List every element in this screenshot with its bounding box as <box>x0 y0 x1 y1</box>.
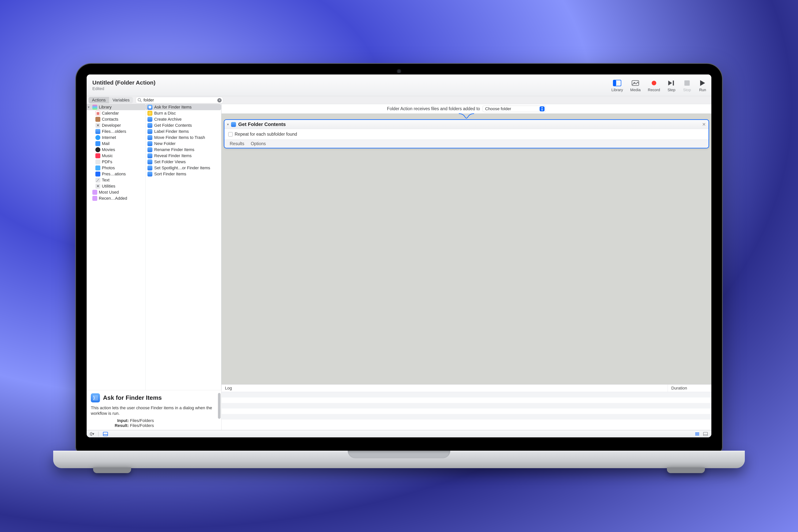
chevron-down-icon: ▾ <box>88 105 91 109</box>
repeat-subfolder-checkbox[interactable]: Repeat for each subfolder found <box>228 132 705 137</box>
svg-rect-11 <box>149 106 151 109</box>
library-recently-added[interactable]: Recen…Added <box>87 195 145 202</box>
list-view-button[interactable] <box>695 432 700 436</box>
media-button[interactable]: Media <box>630 79 641 92</box>
info-input-value: Files/Folders <box>130 418 154 423</box>
library-root[interactable]: ▾ Library <box>87 104 145 110</box>
media-icon <box>631 79 640 87</box>
svg-rect-6 <box>673 80 674 86</box>
action-item[interactable]: Get Folder Contents <box>146 122 221 129</box>
action-info-panel: Ask for Finder Items This action lets th… <box>87 390 221 430</box>
finder-icon <box>148 153 152 158</box>
play-icon <box>699 79 707 87</box>
finder-icon <box>148 166 152 170</box>
library-item-utilities[interactable]: ✕Utilities <box>87 183 145 189</box>
library-item-text[interactable]: ／Text <box>87 177 145 183</box>
library-item-movies[interactable]: Movies <box>87 147 145 153</box>
library-item-presentations[interactable]: Pres…ations <box>87 171 145 177</box>
action-item[interactable]: Label Finder Items <box>146 129 221 134</box>
calendar-icon: ▦ <box>95 111 100 116</box>
step-button[interactable]: Step <box>667 79 676 92</box>
action-item[interactable]: New Folder <box>146 140 221 147</box>
folder-icon <box>92 190 97 195</box>
webcam-icon <box>397 69 401 74</box>
duration-column-header[interactable]: Duration <box>668 384 711 392</box>
info-title: Ask for Finder Items <box>103 394 162 401</box>
panel-toggle-button[interactable] <box>103 432 108 436</box>
library-item-files[interactable]: Files…olders <box>87 129 145 134</box>
search-icon <box>137 98 142 102</box>
main-area: ▾ Library ▦Calendar Contacts ✕Developer … <box>87 104 711 430</box>
connector-icon <box>222 114 711 119</box>
action-item[interactable]: Move Finder Items to Trash <box>146 134 221 140</box>
library-item-music[interactable]: Music <box>87 153 145 159</box>
svg-point-9 <box>138 98 140 101</box>
library-item-internet[interactable]: Internet <box>87 134 145 140</box>
search-input[interactable] <box>136 97 223 103</box>
folder-icon <box>92 196 97 201</box>
close-card-button[interactable]: ✕ <box>702 122 706 127</box>
laptop-base <box>53 451 745 468</box>
safari-icon <box>95 135 100 140</box>
action-item[interactable]: Rename Finder Items <box>146 147 221 153</box>
library-item-calendar[interactable]: ▦Calendar <box>87 110 145 116</box>
svg-line-10 <box>140 101 141 102</box>
library-button[interactable]: Library <box>611 79 623 92</box>
library-item-mail[interactable]: Mail <box>87 140 145 147</box>
action-item[interactable]: Ask for Finder Items <box>146 104 221 110</box>
svg-point-16 <box>91 433 92 434</box>
finder-icon <box>91 393 100 402</box>
tab-actions[interactable]: Actions <box>89 97 109 103</box>
svg-rect-7 <box>684 80 690 86</box>
action-item[interactable]: Sort Finder Items <box>146 171 221 177</box>
window-title: Untitled (Folder Action) <box>92 79 611 86</box>
library-item-pdfs[interactable]: PDFs <box>87 159 145 165</box>
svg-rect-17 <box>103 432 108 436</box>
library-toolbar: Actions Variables ✕ <box>87 96 711 104</box>
svg-marker-5 <box>668 80 672 86</box>
info-description: This action lets the user choose Finder … <box>91 405 217 416</box>
library-icon <box>92 105 97 110</box>
keynote-icon <box>95 172 100 176</box>
grid-view-button[interactable] <box>703 432 708 436</box>
action-list[interactable]: Ask for Finder Items Burn a Disc Create … <box>146 104 221 390</box>
action-item[interactable]: Reveal Finder Items <box>146 153 221 159</box>
laptop-foot <box>93 468 131 473</box>
sidebar-icon <box>613 79 621 87</box>
chevron-down-icon[interactable]: ▾ <box>227 122 229 127</box>
utilities-icon: ✕ <box>95 184 100 189</box>
library-tree[interactable]: ▾ Library ▦Calendar Contacts ✕Developer … <box>87 104 146 390</box>
finder-icon <box>148 123 152 128</box>
scrollbar-thumb[interactable] <box>218 393 221 419</box>
clear-search-button[interactable]: ✕ <box>217 98 222 102</box>
card-results-button[interactable]: Results <box>230 141 244 146</box>
library-most-used[interactable]: Most Used <box>87 189 145 195</box>
record-button[interactable]: Record <box>648 79 660 92</box>
info-result-value: Files/Folders <box>130 423 154 428</box>
choose-folder-dropdown[interactable]: Choose folder <box>482 106 546 112</box>
svg-marker-13 <box>541 107 543 108</box>
tab-variables[interactable]: Variables <box>109 97 133 103</box>
gear-icon[interactable]: ▾ <box>89 432 94 436</box>
workflow-action-card[interactable]: ▾ Get Folder Contents ✕ Repeat for each … <box>224 119 709 148</box>
library-item-photos[interactable]: Photos <box>87 165 145 171</box>
checkbox-icon <box>228 132 233 137</box>
info-result-label: Result: <box>106 423 129 428</box>
action-item[interactable]: Create Archive <box>146 116 221 122</box>
action-item[interactable]: Set Spotlight…or Finder Items <box>146 165 221 171</box>
library-item-developer[interactable]: ✕Developer <box>87 122 145 129</box>
workflow-input-bar: Folder Action receives files and folders… <box>222 104 711 114</box>
action-item[interactable]: Set Folder Views <box>146 159 221 165</box>
action-item[interactable]: Burn a Disc <box>146 110 221 116</box>
app-window: Untitled (Folder Action) Edited Library <box>87 75 711 437</box>
log-rows <box>222 392 711 430</box>
laptop-notch <box>348 451 450 458</box>
card-options-button[interactable]: Options <box>251 141 266 146</box>
svg-marker-14 <box>541 110 543 111</box>
run-button[interactable]: Run <box>699 79 707 92</box>
library-item-contacts[interactable]: Contacts <box>87 116 145 122</box>
workflow-canvas[interactable]: Folder Action receives files and folders… <box>222 104 711 430</box>
finder-icon <box>148 147 152 152</box>
finder-icon <box>231 122 236 127</box>
log-column-header[interactable]: Log <box>222 384 668 392</box>
